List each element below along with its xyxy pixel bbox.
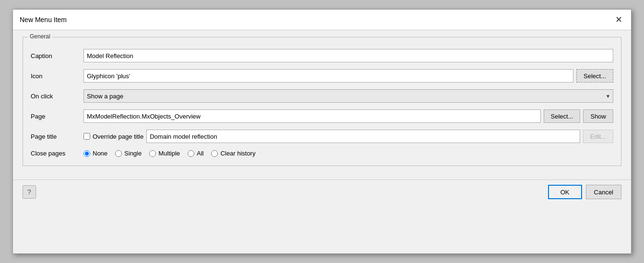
close-pages-row: Close pages None Single Mult <box>31 150 613 157</box>
icon-controls: Select... <box>83 69 613 83</box>
page-controls: Select... Show <box>83 109 613 123</box>
page-title-controls: Override page title Edit... <box>83 130 613 143</box>
new-menu-item-dialog: New Menu Item ✕ General Caption Icon Sel… <box>12 9 632 254</box>
radio-all-text: All <box>197 150 203 157</box>
help-button[interactable]: ? <box>23 185 36 199</box>
close-pages-controls: None Single Multiple All <box>83 150 613 157</box>
override-page-title-checkbox[interactable] <box>83 133 90 140</box>
on-click-controls: Show a page ▼ <box>83 89 613 103</box>
radio-none[interactable] <box>83 150 90 157</box>
radio-all[interactable] <box>188 150 194 157</box>
help-icon: ? <box>27 188 31 196</box>
radio-multiple[interactable] <box>149 150 156 157</box>
general-legend: General <box>28 33 52 40</box>
edit-button[interactable]: Edit... <box>583 130 613 143</box>
icon-label: Icon <box>31 72 83 80</box>
radio-single[interactable] <box>115 150 122 157</box>
icon-input[interactable] <box>83 69 573 83</box>
dialog-title: New Menu Item <box>20 16 67 24</box>
page-select-button[interactable]: Select... <box>544 109 581 123</box>
radio-clear-history[interactable] <box>211 150 218 157</box>
general-group: General Caption Icon Select... On click <box>23 37 621 166</box>
page-input[interactable] <box>83 109 541 123</box>
radio-all-label[interactable]: All <box>188 150 203 157</box>
on-click-row: On click Show a page ▼ <box>31 89 613 103</box>
icon-select-button[interactable]: Select... <box>576 69 613 83</box>
page-label: Page <box>31 113 83 120</box>
override-page-title-label[interactable]: Override page title <box>83 133 143 140</box>
caption-row: Caption <box>31 49 613 62</box>
radio-clear-history-label[interactable]: Clear history <box>211 150 255 157</box>
page-title-label: Page title <box>31 133 83 140</box>
dialog-body: General Caption Icon Select... On click <box>13 30 631 179</box>
radio-none-text: None <box>93 150 107 157</box>
override-page-title-text: Override page title <box>93 133 143 140</box>
page-title-inner: Override page title Edit... <box>83 130 613 143</box>
caption-input[interactable] <box>83 49 613 62</box>
radio-clear-history-text: Clear history <box>220 150 255 157</box>
close-button[interactable]: ✕ <box>613 14 624 25</box>
caption-label: Caption <box>31 52 83 60</box>
close-pages-label: Close pages <box>31 150 83 157</box>
icon-row: Icon Select... <box>31 69 613 83</box>
page-show-button[interactable]: Show <box>583 109 613 123</box>
footer-left: ? <box>23 185 36 199</box>
cancel-button[interactable]: Cancel <box>586 185 621 199</box>
dialog-footer: ? OK Cancel <box>13 179 631 207</box>
caption-controls <box>83 49 613 62</box>
page-title-input[interactable] <box>146 130 580 143</box>
close-pages-radio-group: None Single Multiple All <box>83 150 613 157</box>
on-click-label: On click <box>31 93 83 100</box>
page-title-row: Page title Override page title Edit... <box>31 130 613 143</box>
footer-right: OK Cancel <box>548 185 621 199</box>
on-click-select[interactable]: Show a page <box>83 89 613 103</box>
page-row: Page Select... Show <box>31 109 613 123</box>
radio-multiple-text: Multiple <box>158 150 180 157</box>
ok-button[interactable]: OK <box>548 185 582 199</box>
radio-single-label[interactable]: Single <box>115 150 142 157</box>
radio-none-label[interactable]: None <box>83 150 107 157</box>
radio-single-text: Single <box>124 150 142 157</box>
title-bar: New Menu Item ✕ <box>13 10 631 30</box>
radio-multiple-label[interactable]: Multiple <box>149 150 180 157</box>
on-click-dropdown-wrapper: Show a page ▼ <box>83 89 613 103</box>
